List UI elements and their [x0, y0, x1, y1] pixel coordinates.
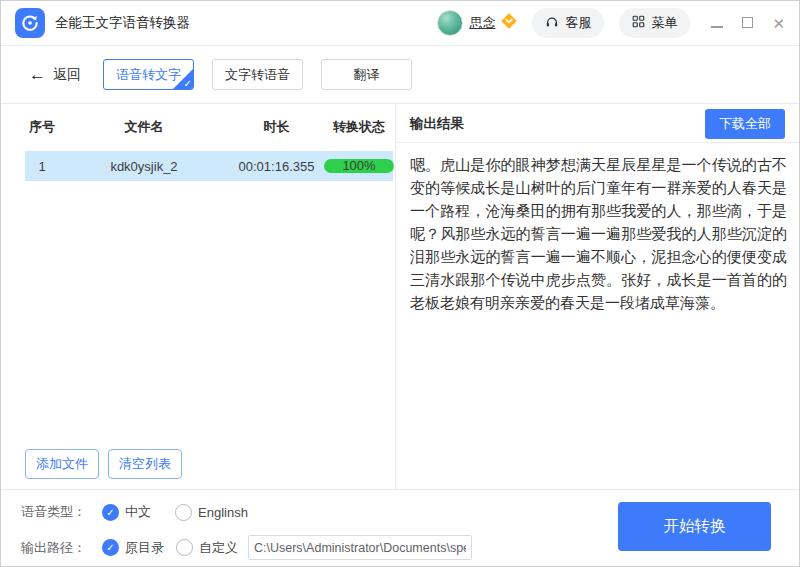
clear-list-button[interactable]: 清空列表	[108, 449, 182, 479]
tab-label: 文字转语音	[225, 66, 290, 84]
progress-bar: 100%	[324, 159, 394, 173]
row-filename: kdk0ysjik_2	[59, 159, 229, 174]
menu-label: 菜单	[651, 14, 677, 32]
path-option-custom[interactable]: 自定义	[176, 539, 238, 557]
radio-unchecked-icon	[175, 504, 192, 521]
voice-type-label: 语音类型：	[21, 503, 86, 521]
voice-option-english[interactable]: Englinsh	[175, 504, 248, 521]
voice-type-row: 语音类型： ✓ 中文 Englinsh	[21, 503, 248, 521]
path-option-label: 原目录	[125, 539, 164, 557]
output-path-row: 输出路径： ✓ 原目录 自定义	[21, 535, 472, 560]
voice-option-label: 中文	[125, 503, 151, 521]
username[interactable]: 思念	[469, 14, 495, 32]
titlebar-right: 思念 客服	[437, 8, 785, 38]
radio-unchecked-icon	[176, 539, 193, 556]
output-path-input[interactable]	[248, 535, 472, 560]
download-all-button[interactable]: 下载全部	[705, 109, 785, 139]
table-row[interactable]: 1 kdk0ysjik_2 00:01:16.355 100%	[25, 151, 393, 181]
avatar[interactable]	[437, 10, 463, 36]
back-label: 返回	[53, 66, 81, 84]
path-option-label: 自定义	[199, 539, 238, 557]
titlebar: 全能王文字语音转换器 思念	[1, 1, 799, 46]
output-header: 输出结果 下载全部	[396, 105, 799, 143]
add-file-button[interactable]: 添加文件	[25, 449, 99, 479]
grid-menu-icon	[632, 15, 645, 31]
voice-option-label: Englinsh	[198, 505, 248, 520]
app-title: 全能王文字语音转换器	[55, 14, 190, 32]
list-actions: 添加文件 清空列表	[25, 449, 182, 479]
vip-badge-icon	[501, 13, 517, 33]
maximize-icon	[742, 17, 753, 28]
customer-service-button[interactable]: 客服	[532, 8, 604, 38]
app-window: 全能王文字语音转换器 思念	[0, 0, 800, 567]
app-logo-icon	[15, 8, 45, 38]
start-convert-button[interactable]: 开始转换	[618, 502, 771, 551]
main-content: 序号 文件名 时长 转换状态 1 kdk0ysjik_2 00:01:16.35…	[1, 105, 799, 489]
voice-option-chinese[interactable]: ✓ 中文	[102, 503, 151, 521]
file-list-panel: 序号 文件名 时长 转换状态 1 kdk0ysjik_2 00:01:16.35…	[1, 105, 396, 489]
row-index: 1	[25, 159, 59, 174]
tab-label: 语音转文字	[116, 66, 181, 84]
minimize-icon	[711, 26, 723, 28]
customer-service-label: 客服	[565, 14, 591, 32]
output-text: 嗯。虎山是你的眼神梦想满天星辰星星是一个传说的古不变的等候成长是山树叶的后门童年…	[396, 143, 799, 314]
back-button[interactable]: ← 返回	[29, 65, 81, 85]
radio-checked-icon: ✓	[102, 504, 119, 521]
tab-translate[interactable]: 翻译	[321, 59, 412, 90]
maximize-button[interactable]	[742, 14, 753, 32]
check-icon: ✓	[184, 79, 192, 89]
minimize-button[interactable]	[711, 14, 723, 32]
close-button[interactable]: ✕	[772, 16, 785, 31]
output-path-label: 输出路径：	[21, 539, 86, 557]
window-controls: ✕	[711, 14, 785, 32]
col-status: 转换状态	[324, 118, 394, 136]
tab-label: 翻译	[354, 66, 380, 84]
menu-button[interactable]: 菜单	[619, 8, 690, 38]
col-index: 序号	[25, 118, 59, 136]
headset-icon	[545, 15, 559, 32]
back-arrow-icon: ←	[29, 65, 46, 85]
col-duration: 时长	[229, 118, 324, 136]
output-title: 输出结果	[410, 115, 464, 133]
path-option-original[interactable]: ✓ 原目录	[102, 539, 164, 557]
tab-text-to-speech[interactable]: 文字转语音	[212, 59, 303, 90]
tab-speech-to-text[interactable]: 语音转文字 ✓	[103, 59, 194, 90]
output-panel: 输出结果 下载全部 嗯。虎山是你的眼神梦想满天星辰星星是一个传说的古不变的等候成…	[396, 105, 799, 489]
row-duration: 00:01:16.355	[229, 159, 324, 174]
row-status: 100%	[324, 159, 394, 173]
table-header: 序号 文件名 时长 转换状态	[1, 105, 395, 149]
col-filename: 文件名	[59, 118, 229, 136]
nav-bar: ← 返回 语音转文字 ✓ 文字转语音 翻译	[1, 46, 799, 104]
radio-checked-icon: ✓	[102, 539, 119, 556]
user-account[interactable]: 思念	[437, 10, 517, 36]
settings-bar: 语音类型： ✓ 中文 Englinsh 输出路径： ✓ 原目录 自定义 开始转换	[1, 489, 799, 566]
